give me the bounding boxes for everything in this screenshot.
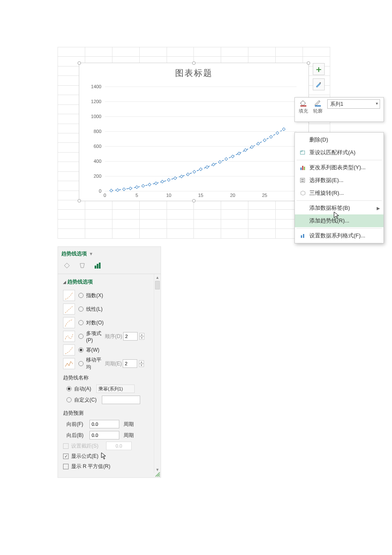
data-point[interactable] xyxy=(231,154,234,158)
scroll-up-icon[interactable]: ▲ xyxy=(154,274,161,281)
pen-icon xyxy=(314,99,322,107)
chart-elements-button[interactable]: ＋ xyxy=(313,63,325,75)
auto-name-display: 乘幂(系列1) xyxy=(96,384,135,393)
custom-name-input[interactable] xyxy=(102,396,140,404)
plot-area[interactable]: 02004006008001000120014000510152025 xyxy=(105,87,297,191)
data-point[interactable] xyxy=(199,168,202,171)
y-axis-tick-label: 0 xyxy=(99,188,101,194)
label-trendline-name: 趋势线名称 xyxy=(63,374,158,382)
radio-name-custom[interactable] xyxy=(66,397,72,402)
section-trendline-options[interactable]: 趋势线选项 xyxy=(63,278,158,286)
menu-change-chart-type[interactable]: 更改系列图表类型(Y)... xyxy=(295,161,383,174)
data-point[interactable] xyxy=(110,189,113,192)
radio-power[interactable] xyxy=(78,347,84,353)
label-logarithmic: 对数(O) xyxy=(86,319,104,327)
menu-format-data-series[interactable]: 设置数据系列格式(F)... xyxy=(295,229,383,242)
menu-3d-rotation[interactable]: 三维旋转(R)... xyxy=(295,187,383,199)
data-point[interactable] xyxy=(173,176,177,180)
resize-handle[interactable] xyxy=(78,61,81,65)
panel-body: ▲ ▼ 趋势线选项 指数(X) 线性(L) 对数(O) xyxy=(58,274,161,473)
data-point[interactable] xyxy=(276,131,279,135)
ma-period-input[interactable] xyxy=(123,359,137,368)
menu-add-data-labels[interactable]: 添加数据标签(B) ▶ xyxy=(295,202,383,214)
gridline xyxy=(105,191,297,191)
resize-handle[interactable] xyxy=(307,61,310,65)
scrollbar[interactable]: ▲ ▼ xyxy=(154,274,161,473)
resize-handle[interactable] xyxy=(192,199,196,202)
radio-linear[interactable] xyxy=(78,306,84,312)
data-point[interactable] xyxy=(250,145,254,149)
data-point[interactable] xyxy=(218,160,222,164)
label-forecast: 趋势预测 xyxy=(63,410,158,417)
series-selector[interactable]: 系列1 xyxy=(327,99,380,109)
gridline xyxy=(105,176,297,176)
checkbox-show-r-squared[interactable] xyxy=(63,464,69,469)
data-point[interactable] xyxy=(205,165,209,169)
data-point[interactable] xyxy=(167,178,170,182)
x-axis-tick-label: 20 xyxy=(230,193,235,198)
menu-delete[interactable]: 删除(D) xyxy=(295,133,383,146)
data-point[interactable] xyxy=(141,184,145,188)
tab-trendline-options[interactable] xyxy=(93,261,102,270)
menu-add-trendline[interactable]: 添加趋势线(R)... xyxy=(295,214,383,227)
label-power: 幂(W) xyxy=(86,347,99,354)
radio-logarithmic[interactable] xyxy=(78,320,84,325)
data-point[interactable] xyxy=(154,182,158,185)
svg-rect-9 xyxy=(301,181,304,182)
checkbox-show-equation[interactable]: ✓ xyxy=(63,454,69,459)
data-point[interactable] xyxy=(193,170,196,173)
data-point[interactable] xyxy=(135,185,138,189)
format-series-icon xyxy=(300,232,306,239)
radio-name-auto[interactable] xyxy=(66,386,72,391)
x-axis-tick-label: 5 xyxy=(135,193,138,198)
tab-fill-line[interactable] xyxy=(62,261,72,270)
data-point[interactable] xyxy=(180,174,183,178)
data-point[interactable] xyxy=(212,163,215,166)
outline-button[interactable]: 轮廓 xyxy=(313,99,323,114)
radio-exponential[interactable] xyxy=(78,293,84,298)
data-point[interactable] xyxy=(129,186,132,190)
bar-chart-icon xyxy=(300,164,306,171)
y-axis-tick-label: 1000 xyxy=(91,114,101,119)
y-axis-tick-label: 200 xyxy=(94,173,101,179)
scrollbar-thumb[interactable] xyxy=(155,281,160,289)
data-point[interactable] xyxy=(225,157,228,161)
data-point[interactable] xyxy=(161,180,164,183)
backward-input[interactable] xyxy=(89,431,119,439)
forward-input[interactable] xyxy=(89,420,119,428)
cube-icon xyxy=(300,190,306,197)
radio-polynomial[interactable] xyxy=(78,334,84,339)
data-point[interactable] xyxy=(148,183,151,186)
chart-object[interactable]: 图表标题 ＋ 020040060080010001200140005101520… xyxy=(79,63,309,201)
data-point[interactable] xyxy=(263,139,266,142)
ma-period-spinner[interactable]: ▲▼ xyxy=(139,360,144,367)
resize-grip-icon[interactable] xyxy=(155,471,161,477)
label-poly-order: 顺序(D) xyxy=(105,333,122,340)
poly-order-spinner[interactable]: ▲▼ xyxy=(139,333,144,340)
chart-styles-button[interactable] xyxy=(313,78,325,90)
label-name-custom: 自定义(C) xyxy=(74,396,97,404)
power-icon xyxy=(63,344,75,356)
poly-order-input[interactable] xyxy=(123,332,138,341)
radio-moving-average[interactable] xyxy=(78,361,84,366)
data-point[interactable] xyxy=(244,148,247,152)
paint-bucket-icon xyxy=(299,99,308,107)
resize-handle[interactable] xyxy=(192,61,196,65)
data-point[interactable] xyxy=(122,188,126,191)
data-point[interactable] xyxy=(282,127,285,131)
panel-title[interactable]: 趋势线选项 ▼ xyxy=(58,247,161,259)
svg-rect-1 xyxy=(300,105,306,107)
label-forward: 向前(F) xyxy=(63,421,89,428)
menu-reset-match-style[interactable]: 重设以匹配样式(A) xyxy=(295,146,383,159)
tab-effects[interactable] xyxy=(78,261,87,270)
data-point[interactable] xyxy=(237,151,241,155)
resize-handle[interactable] xyxy=(78,199,81,202)
label-exponential: 指数(X) xyxy=(86,292,103,299)
menu-select-data[interactable]: 选择数据(E)... xyxy=(295,174,383,187)
data-point[interactable] xyxy=(257,142,260,145)
data-point[interactable] xyxy=(269,135,273,139)
svg-rect-0 xyxy=(320,82,321,84)
svg-rect-13 xyxy=(97,264,98,269)
fill-button[interactable]: 填充 xyxy=(298,99,308,114)
chart-title[interactable]: 图表标题 xyxy=(79,63,308,81)
